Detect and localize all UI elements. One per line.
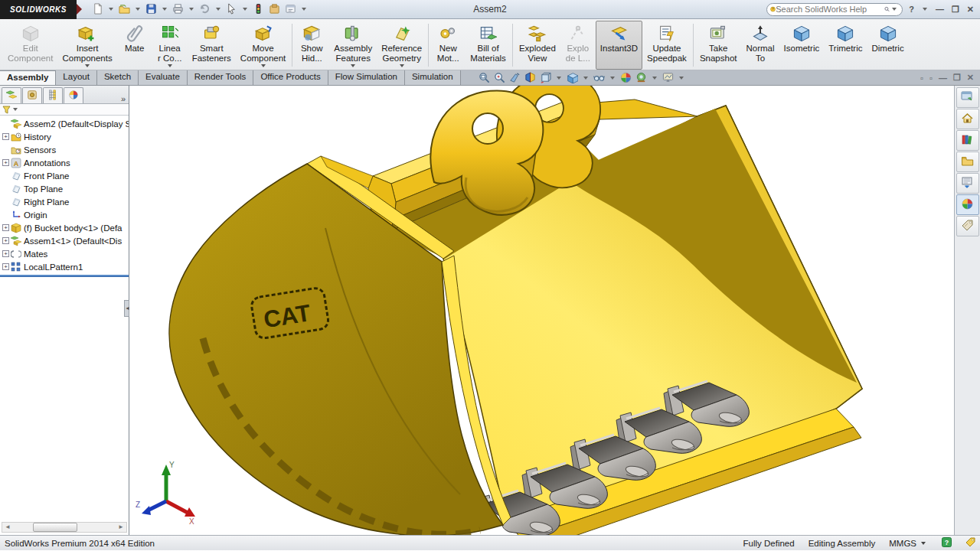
apply-scene-icon[interactable] (635, 72, 648, 83)
tree-item-assem2[interactable]: Assem2 (Default<Display St (0, 117, 129, 130)
save-dropdown-caret[interactable] (162, 8, 167, 11)
save-button[interactable] (144, 2, 158, 17)
section-view-icon[interactable] (524, 72, 537, 83)
custom-properties-button[interactable] (956, 216, 979, 236)
tree-item-annotations[interactable]: +AAnnotations (0, 156, 129, 169)
tab-simulation[interactable]: Simulation (405, 70, 461, 85)
expand-plus-box[interactable]: + (2, 133, 9, 140)
expand-plus-box[interactable]: + (2, 237, 9, 244)
minimize-button[interactable]: — (934, 5, 946, 14)
tree-filter-row[interactable] (0, 104, 129, 116)
status-units[interactable]: MMGS (889, 539, 916, 548)
exploded-view-button[interactable]: ExplodedView (514, 21, 560, 70)
insert-components-flyout-caret[interactable] (85, 64, 90, 67)
scroll-left-arrow[interactable]: ◄ (2, 523, 13, 532)
assembly-features-flyout-caret[interactable] (351, 64, 355, 67)
dimetric-button[interactable]: Dimetric (867, 21, 909, 70)
status-tag-icon[interactable] (965, 537, 975, 549)
filter-caret[interactable] (13, 108, 18, 111)
edit-appearance-icon[interactable] (619, 72, 632, 83)
view-settings-caret[interactable] (679, 77, 684, 80)
expand-plus-box[interactable]: + (2, 224, 9, 231)
tree-item-front-plane[interactable]: Front Plane (0, 169, 129, 182)
show-hidden-components-button[interactable]: ShowHid... (294, 21, 329, 70)
tree-item-assem1[interactable]: +Assem1<1> (Default<Dis (0, 234, 129, 247)
display-style-icon[interactable] (566, 72, 579, 83)
rollback-bar[interactable] (0, 275, 129, 277)
bill-of-materials-button[interactable]: Bill ofMaterials (466, 21, 511, 70)
options-button[interactable] (267, 2, 282, 17)
tree-item-right-plane[interactable]: Right Plane (0, 195, 129, 208)
previous-view-icon[interactable] (508, 72, 521, 83)
new-motion-study-button[interactable]: NewMot... (430, 21, 466, 70)
isometric-button[interactable]: Isometric (779, 21, 825, 70)
new-document-dropdown-caret[interactable] (109, 8, 113, 11)
bucket-3d-model[interactable]: CAT (129, 86, 954, 535)
search-input[interactable] (776, 5, 884, 14)
move-component-flyout-caret[interactable] (261, 64, 266, 67)
tree-tabs-overflow-chevron[interactable]: » (121, 94, 126, 103)
undo-dropdown-caret[interactable] (216, 8, 220, 11)
help-caret[interactable] (923, 8, 927, 11)
hide-show-items-icon[interactable] (593, 72, 606, 83)
tab-sketch[interactable]: Sketch (97, 70, 139, 85)
viewport-panes-icon[interactable]: ▫ (929, 73, 933, 83)
propertymanager-tab[interactable] (22, 87, 42, 103)
file-properties-button[interactable] (283, 2, 298, 17)
mate-button[interactable]: Mate (117, 21, 152, 70)
tree-horizontal-scrollbar[interactable]: ◄ ► (2, 522, 127, 533)
zoom-to-area-icon[interactable] (493, 72, 506, 83)
tree-item-local-pattern[interactable]: +LocalLPattern1 (0, 260, 129, 273)
panel-splitter-handle[interactable]: ◄ (124, 300, 129, 317)
close-button[interactable]: ✕ (965, 5, 975, 15)
apply-scene-caret[interactable] (652, 77, 657, 80)
graphics-viewport[interactable]: CAT Y X Z (129, 86, 954, 535)
tab-render-tools[interactable]: Render Tools (188, 70, 254, 85)
units-caret[interactable] (921, 542, 926, 545)
select-dropdown-caret[interactable] (243, 8, 247, 11)
move-component-button[interactable]: MoveComponent (236, 21, 290, 70)
tree-item-bucket-body[interactable]: +(f) Bucket body<1> (Defa (0, 221, 129, 234)
doc-minimize-button[interactable]: — (939, 73, 947, 83)
doc-close-button[interactable]: ✕ (967, 73, 974, 83)
tab-flow-simulation[interactable]: Flow Simulation (328, 70, 405, 85)
help-button[interactable]: ? (907, 5, 916, 14)
solidworks-resources-button[interactable] (956, 87, 979, 108)
update-speedpak-button[interactable]: UpdateSpeedpak (642, 21, 691, 70)
view-orientation-caret[interactable] (557, 77, 561, 80)
assembly-features-button[interactable]: AssemblyFeatures (329, 21, 377, 70)
appearances-scenes-button[interactable] (956, 194, 979, 215)
configurationmanager-tab[interactable] (43, 87, 63, 103)
tree-item-mates[interactable]: +Mates (0, 247, 129, 260)
reference-geometry-button[interactable]: ReferenceGeometry (377, 21, 426, 70)
tab-evaluate[interactable]: Evaluate (139, 70, 188, 85)
file-explorer-button[interactable] (956, 152, 979, 172)
tab-layout[interactable]: Layout (56, 70, 97, 85)
instant3d-button[interactable]: Instant3D (596, 21, 642, 70)
normal-to-button[interactable]: NormalTo (741, 21, 779, 70)
tree-item-top-plane[interactable]: Top Plane (0, 182, 129, 195)
rebuild-button[interactable] (251, 2, 266, 17)
new-document-button[interactable] (90, 2, 105, 17)
zoom-to-fit-icon[interactable] (478, 72, 491, 83)
expand-plus-box[interactable]: + (2, 263, 9, 270)
reference-geometry-flyout-caret[interactable] (400, 64, 404, 67)
open-dropdown-caret[interactable] (136, 8, 140, 11)
status-help-icon[interactable]: ? (942, 537, 952, 549)
insert-components-button[interactable]: InsertComponents (57, 21, 116, 70)
smart-fasteners-button[interactable]: SmartFasteners (188, 21, 236, 70)
viewport-split-icon[interactable]: ▫ (920, 73, 923, 83)
print-button[interactable] (171, 2, 185, 17)
tree-item-history[interactable]: +History (0, 130, 129, 143)
scroll-thumb[interactable] (33, 523, 77, 532)
tab-office-products[interactable]: Office Products (253, 70, 328, 85)
view-orientation-icon[interactable] (539, 72, 552, 83)
linear-component-pattern-button[interactable]: Linear Co... (152, 21, 188, 70)
scroll-right-arrow[interactable]: ► (116, 523, 126, 532)
search-icon[interactable] (884, 5, 890, 14)
hide-show-items-caret[interactable] (610, 77, 615, 80)
doc-restore-button[interactable]: ❐ (953, 73, 961, 83)
display-style-caret[interactable] (583, 77, 588, 80)
featuremanager-tab[interactable] (2, 87, 21, 103)
design-library-button[interactable] (956, 130, 979, 151)
